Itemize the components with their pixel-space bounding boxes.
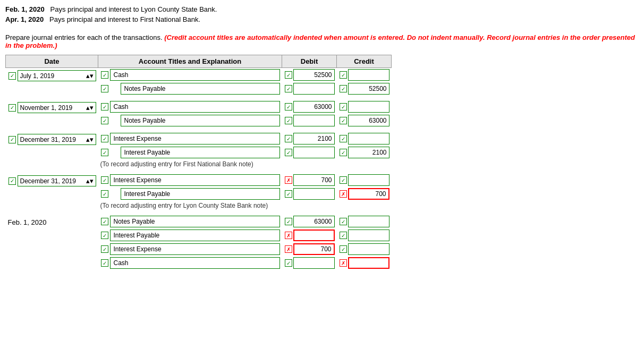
instruction-line1: Feb. 1, 2020 Pays principal and interest…	[5, 5, 639, 13]
account-input-g2-r2[interactable]	[121, 115, 280, 126]
date-input-g3[interactable]: December 31, 2019 ▴▾	[18, 134, 96, 145]
header-account: Account Titles and Explanation	[98, 55, 282, 68]
check-g5-r4-credit	[340, 259, 347, 267]
debit-input-g2-r1[interactable]	[293, 101, 335, 113]
account-input-g1-r2[interactable]	[121, 83, 280, 95]
debit-input-g3-r1[interactable]	[293, 133, 335, 144]
debit-input-g5-r3[interactable]	[293, 243, 335, 255]
check-g2-r1-credit	[340, 103, 347, 110]
check-g5-r3-acc	[101, 245, 108, 253]
check-g1-r2-debit	[285, 85, 292, 92]
debit-input-g4-r2[interactable]	[293, 188, 335, 200]
date-input-g4[interactable]: December 31, 2019 ▴▾	[18, 175, 96, 186]
account-input-g3-r2[interactable]	[121, 147, 280, 158]
debit-input-g1-r1[interactable]	[293, 69, 335, 81]
header-date: Date	[6, 55, 98, 68]
table-row: December 31, 2019 ▴▾	[6, 132, 392, 146]
credit-input-g3-r2[interactable]	[348, 147, 389, 158]
table-row: Feb. 1, 2020	[6, 215, 392, 228]
note-text-g4: (To record adjusting entry for Lyon Coun…	[98, 201, 392, 210]
check-g5-r2-debit	[285, 232, 292, 239]
check-g1-r2-acc	[101, 85, 108, 92]
debit-input-g5-r4[interactable]	[293, 257, 335, 269]
check-g4-r2-debit	[285, 190, 292, 198]
check-g4-r1-credit	[340, 176, 347, 184]
header-debit: Debit	[282, 55, 337, 68]
check-g5-r4-debit	[285, 259, 292, 267]
table-row: December 31, 2019 ▴▾	[6, 173, 392, 187]
account-input-g3-r1[interactable]	[110, 133, 280, 144]
credit-input-g2-r1[interactable]	[348, 101, 389, 113]
journal-table: Date Account Titles and Explanation Debi…	[5, 55, 392, 270]
account-input-g5-r3[interactable]	[110, 243, 280, 255]
credit-input-g5-r1[interactable]	[348, 216, 389, 227]
check-g2-r2-debit	[285, 117, 292, 124]
credit-input-g4-r1[interactable]	[348, 174, 389, 186]
check-g2-r2-credit	[340, 117, 347, 124]
note-text-g3: (To record adjusting entry for First Nat…	[98, 159, 392, 169]
check-g3-r1-acc	[101, 135, 108, 142]
table-row: July 1, 2019 ▴▾	[6, 68, 392, 82]
date-check-g2	[9, 104, 16, 112]
credit-input-g5-r2[interactable]	[348, 230, 389, 241]
check-g4-r2-credit	[340, 190, 347, 198]
check-g4-r1-debit	[285, 176, 292, 184]
check-g5-r1-credit	[340, 218, 347, 225]
debit-input-g1-r2[interactable]	[293, 83, 335, 95]
check-g3-r2-debit	[285, 149, 292, 156]
check-g1-r1-credit	[340, 71, 347, 79]
credit-input-g3-r1[interactable]	[348, 133, 389, 144]
date-label-g5: Feb. 1, 2020	[8, 217, 47, 226]
credit-input-g1-r1[interactable]	[348, 69, 389, 81]
instruction-line2: Apr. 1, 2020 Pays principal and interest…	[5, 15, 639, 23]
credit-input-g4-r2[interactable]	[348, 188, 389, 200]
table-row: November 1, 2019 ▴▾	[6, 100, 392, 114]
debit-input-g2-r2[interactable]	[293, 115, 335, 126]
check-g4-r2-acc	[101, 190, 108, 198]
credit-input-g2-r2[interactable]	[348, 115, 389, 126]
check-g1-r2-credit	[340, 85, 347, 92]
credit-input-g5-r4[interactable]	[348, 257, 389, 269]
check-g2-r1-debit	[285, 103, 292, 110]
check-g5-r1-acc	[101, 218, 108, 225]
account-input-g2-r1[interactable]	[110, 101, 280, 113]
check-g5-r3-debit	[285, 245, 292, 253]
debit-input-g4-r1[interactable]	[293, 174, 335, 186]
instructions-section: Feb. 1, 2020 Pays principal and interest…	[5, 5, 639, 49]
check-g2-r1-acc	[101, 103, 108, 110]
check-g3-r1-credit	[340, 135, 347, 142]
account-input-g5-r1[interactable]	[110, 216, 280, 227]
check-g5-r2-credit	[340, 232, 347, 239]
account-input-g5-r2[interactable]	[110, 230, 280, 241]
debit-input-g5-r1[interactable]	[293, 216, 335, 227]
date-check-g3	[9, 136, 16, 143]
instruction-note-bold: (Credit account titles are automatically…	[5, 33, 635, 49]
check-g3-r2-credit	[340, 149, 347, 156]
account-input-g5-r4[interactable]	[110, 257, 280, 269]
check-g5-r4-acc	[101, 259, 108, 267]
debit-input-g3-r2[interactable]	[293, 147, 335, 158]
check-g5-r2-acc	[101, 232, 108, 239]
debit-input-g5-r2[interactable]	[293, 230, 335, 241]
date-input-g2[interactable]: November 1, 2019 ▴▾	[18, 102, 96, 113]
instruction-note: Prepare journal entries for each of the …	[5, 33, 639, 49]
header-credit: Credit	[337, 55, 392, 68]
check-g3-r2-acc	[101, 149, 108, 156]
date-input-g1[interactable]: July 1, 2019 ▴▾	[18, 70, 96, 81]
check-g3-r1-debit	[285, 135, 292, 142]
date-check-g4	[9, 177, 16, 185]
check-g4-r1-acc	[101, 176, 108, 184]
account-input-g1-r1[interactable]	[110, 69, 280, 81]
account-input-g4-r2[interactable]	[121, 188, 280, 200]
credit-input-g1-r2[interactable]	[348, 83, 389, 95]
check-g2-r2-acc	[101, 117, 108, 124]
credit-input-g5-r3[interactable]	[348, 243, 389, 255]
check-g1-r1-debit	[285, 71, 292, 79]
check-g5-r3-credit	[340, 245, 347, 253]
check-g5-r1-debit	[285, 218, 292, 225]
check-g1-r1-acc	[101, 71, 108, 79]
date-check-g1	[9, 72, 16, 80]
account-input-g4-r1[interactable]	[110, 174, 280, 186]
